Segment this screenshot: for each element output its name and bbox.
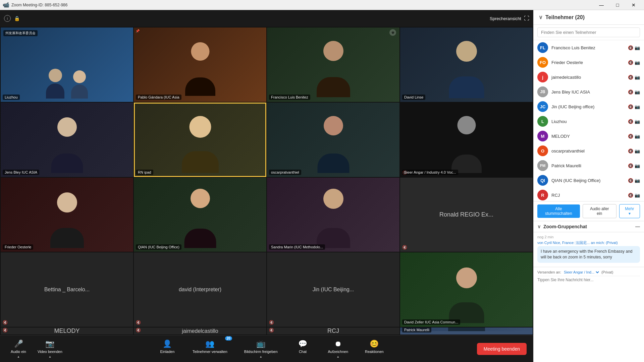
avatar-m: M xyxy=(537,131,548,141)
muted-icon-jin: 🔇 xyxy=(269,320,274,325)
chat-input[interactable] xyxy=(537,276,640,284)
icons-fl: 🔇 📷 xyxy=(628,45,640,50)
chat-button[interactable]: 💬 Chat xyxy=(291,338,315,360)
send-to-select[interactable]: Sieer Angar / Ind... xyxy=(562,270,600,275)
avatar-j: j xyxy=(537,72,548,82)
video-cell-sandra: Sandra Marin (IUC Methodolo... xyxy=(267,178,399,252)
name-jc: Jin (IUC Beijing office) xyxy=(551,104,625,109)
placeholder-text-jaime: jaimedelcastillo xyxy=(182,328,218,334)
private-tag: (Privat) xyxy=(601,270,613,274)
participant-item-fo[interactable]: FO Frieder Oesterle 🔇 📷 xyxy=(533,55,644,70)
avatar-jb: JB xyxy=(537,86,548,97)
placeholder-text-bettina: Bettina _ Barcelo... xyxy=(44,287,90,293)
video-cell-bettina: Bettina _ Barcelo... 🔇 xyxy=(1,252,133,327)
audio-button[interactable]: 🎤 Audio ein ▲ xyxy=(7,338,30,360)
participant-item-m[interactable]: M MELODY 🔇 📷 xyxy=(533,129,644,143)
participant-item-o[interactable]: O oscarpratvanthiel 🔇 📷 xyxy=(533,143,644,158)
muted-icon-bettina: 🔇 xyxy=(3,320,8,325)
participants-button[interactable]: 👥 20 Teilnehmer verwalten xyxy=(189,338,231,360)
participant-item-j[interactable]: j jaimedelcastillo 🔇 📷 xyxy=(533,70,644,84)
panel-header: ∨ Teilnehmer (20) xyxy=(533,10,644,25)
participant-item-fl[interactable]: FL Francisco Luis Benitez 🔇 📷 xyxy=(533,40,644,55)
name-jb: Jens Bley IUC ASIA xyxy=(551,89,625,95)
right-panel: ∨ Teilnehmer (20) FL Francisco Luis Beni… xyxy=(533,10,644,362)
icons-o: 🔇 📷 xyxy=(628,148,640,154)
name-l: Liuzhou xyxy=(551,119,625,124)
name-oscar: oscarpratvanthiel xyxy=(269,170,301,175)
mute-icon-j: 🔇 xyxy=(628,75,633,80)
maximize-button[interactable]: □ xyxy=(610,0,625,10)
end-meeting-button[interactable]: Meeting beenden xyxy=(477,343,527,355)
chat-send-to-row: Versenden an: Sieer Angar / Ind... (Priv… xyxy=(537,270,640,275)
icons-j: 🔇 📷 xyxy=(628,75,640,80)
record-icon: ⏺ xyxy=(334,340,342,348)
video-cell-frieder: Frieder Oesterle xyxy=(1,178,133,252)
mute-icon-m: 🔇 xyxy=(628,134,633,139)
mute-icon-fl: 🔇 xyxy=(628,45,633,50)
mute-icon-qi: 🔇 xyxy=(628,178,633,183)
video-caret[interactable]: ▲ xyxy=(48,355,51,358)
participant-count-badge: 20 xyxy=(225,336,232,341)
participant-item-l[interactable]: L Liuzhou 🔇 📷 xyxy=(533,114,644,129)
expand-icon[interactable]: ⛶ xyxy=(524,15,529,21)
collapse-chevron[interactable]: ∨ xyxy=(539,14,543,20)
video-area: i 🔒 Sprecheransicht ⛶ xyxy=(0,10,533,362)
name-fo: Frieder Oesterle xyxy=(551,60,625,65)
video-icon-qi: 📷 xyxy=(635,178,640,183)
participant-item-pm[interactable]: PM Patrick Maurelli 🔇 📷 xyxy=(533,158,644,173)
invite-button[interactable]: 👤 Einladen xyxy=(156,338,179,360)
name-david-linse: David Linse xyxy=(402,95,425,100)
participant-item-r[interactable]: R RCJ 🔇 📷 xyxy=(533,188,644,201)
speaker-view-label[interactable]: Sprecheransicht xyxy=(490,16,521,21)
name-francisco: Francisco Luis Benitez xyxy=(269,95,310,100)
icons-m: 🔇 📷 xyxy=(628,134,640,139)
record-button[interactable]: ⏺ Aufzeichnen ▲ xyxy=(325,338,352,360)
icons-jb: 🔇 📷 xyxy=(628,89,640,95)
record-caret[interactable]: ▲ xyxy=(336,355,339,358)
chat-menu-icon[interactable]: — xyxy=(635,224,640,229)
video-grid: 州发展和改革委员会 Liuzhou 📌 Pablo Gándara (IUC A… xyxy=(0,27,533,335)
main-container: i 🔒 Sprecheransicht ⛶ xyxy=(0,10,644,362)
placeholder-text-rcj: RCJ xyxy=(327,327,339,335)
chat-bubble: I have an emergency with the French Emba… xyxy=(537,246,640,263)
info-icon[interactable]: i xyxy=(4,15,11,22)
chat-section: ∨ Zoom-Gruppenchat — nog 2 min von Cyril… xyxy=(533,221,644,286)
icons-l: 🔇 📷 xyxy=(628,119,640,124)
placeholder-text-jin: Jin (IUC Beijing... xyxy=(313,287,354,293)
placeholder-text-david: david (Interpreter) xyxy=(179,287,221,293)
search-input[interactable] xyxy=(537,27,640,37)
video-cell-jin: Jin (IUC Beijing... 🔇 xyxy=(267,252,399,327)
screen-share-caret[interactable]: ▲ xyxy=(259,355,262,358)
collapse-chat-icon[interactable]: ∨ xyxy=(537,224,541,229)
mute-icon-fo: 🔇 xyxy=(628,60,633,65)
participant-item-qi[interactable]: QI QIAN (IUC Beijing Office) 🔇 📷 xyxy=(533,173,644,188)
video-cell-ronald: Ronald REGIO Ex... 🔇 xyxy=(400,178,533,252)
video-icon-r: 📷 xyxy=(635,193,640,198)
video-icon-j: 📷 xyxy=(635,75,640,80)
video-cell-pablo: 📌 Pablo Gándara (IUC Asia xyxy=(134,27,266,102)
screen-share-button[interactable]: 📺 Bildschirm freigeben ▲ xyxy=(241,338,281,360)
muted-icon-melody: 🔇 xyxy=(3,328,8,333)
video-icon-jc: 📷 xyxy=(635,104,640,109)
audio-caret[interactable]: ▲ xyxy=(17,355,20,358)
video-button[interactable]: 📷 Video beenden ▲ xyxy=(34,338,66,360)
avatar-pm: PM xyxy=(537,160,548,171)
name-m: MELODY xyxy=(551,134,625,139)
video-cell-jaime: jaimedelcastillo 🔇 xyxy=(134,327,266,335)
participant-item-jc[interactable]: JC Jin (IUC Beijing office) 🔇 📷 xyxy=(533,99,644,114)
mute-all-button[interactable]: Alle stummschalten xyxy=(537,204,580,218)
audio-all-button[interactable]: Audio aller ein xyxy=(583,204,616,218)
video-cell-david-interp: david (Interpreter) 🔇 xyxy=(134,252,266,327)
minimize-button[interactable]: — xyxy=(594,0,609,10)
reactions-button[interactable]: 😊 Reaktionen xyxy=(362,338,387,360)
more-options-button[interactable]: Mehr ▾ xyxy=(619,204,640,218)
title-bar: 📹 Zoom Meeting-ID: 885-652-986 — □ ✕ xyxy=(0,0,644,10)
close-button[interactable]: ✕ xyxy=(626,0,641,10)
muted-icon-david: 🔇 xyxy=(136,320,141,325)
participant-item-jb[interactable]: JB Jens Bley IUC ASIA 🔇 📷 xyxy=(533,84,644,99)
name-patrick: Patrick Maurelli xyxy=(402,327,431,333)
video-cell-sieer: 🔇 Sieer Angar / Industry 4.0 Voc... xyxy=(400,103,533,177)
chat-header: ∨ Zoom-Gruppenchat — xyxy=(533,221,644,232)
chat-title: Zoom-Gruppenchat xyxy=(543,224,635,229)
mute-icon-l: 🔇 xyxy=(628,119,633,124)
